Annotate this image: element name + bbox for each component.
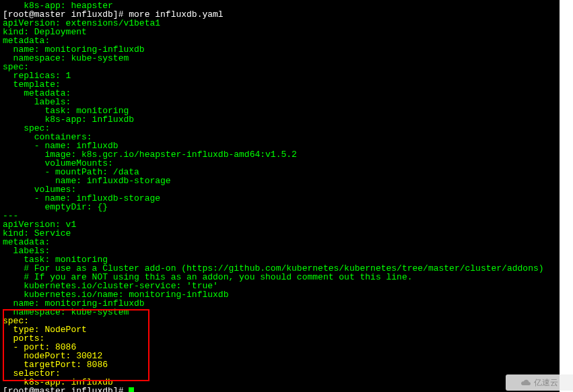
terminal-line: kind: Service — [3, 229, 557, 238]
terminal-line: ports: — [3, 334, 557, 343]
terminal-line: spec: — [3, 63, 557, 71]
watermark-text: 亿速云 — [534, 379, 558, 387]
terminal-line: emptyDir: {} — [3, 203, 557, 211]
terminal-line: metadata: — [3, 238, 557, 247]
terminal-line: type: NodePort — [3, 325, 557, 334]
terminal-window[interactable]: k8s-app: heapster[root@master influxdb]#… — [0, 0, 560, 392]
terminal-line: apiVersion: v1 — [3, 220, 557, 229]
terminal-line: namespace: kube-system — [3, 308, 557, 317]
terminal-prompt[interactable]: [root@master influxdb]# — [3, 387, 557, 392]
terminal-line: metadata: — [3, 89, 557, 98]
terminal-line: k8s-app: influxdb — [3, 115, 557, 124]
cursor-icon — [129, 387, 134, 392]
terminal-line: kind: Deployment — [3, 28, 557, 36]
terminal-line: targetPort: 8086 — [3, 360, 557, 369]
prompt-text: [root@master influxdb]# — [3, 386, 129, 392]
terminal-line: name: influxdb-storage — [3, 176, 557, 185]
cloud-icon — [520, 377, 531, 388]
terminal-line: template: — [3, 80, 557, 89]
terminal-line: namespace: kube-system — [3, 54, 557, 63]
terminal-line: --- — [3, 211, 557, 220]
terminal-line: replicas: 1 — [3, 71, 557, 80]
watermark-badge: 亿速云 — [506, 374, 573, 391]
